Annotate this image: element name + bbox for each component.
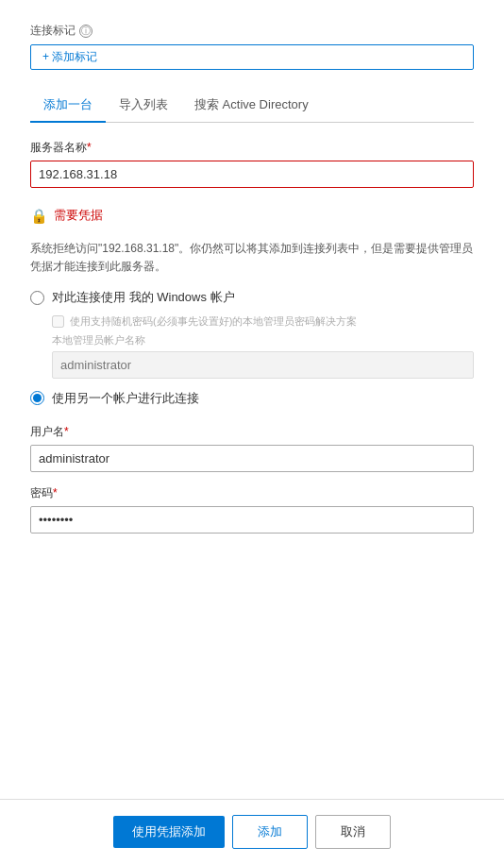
random-pw-checkbox[interactable] [52,315,64,328]
tab-search-ad[interactable]: 搜索 Active Directory [181,89,322,123]
cancel-button[interactable]: 取消 [315,815,391,849]
username-field: 用户名* [30,424,474,472]
connection-tag-text: 连接标记 [30,23,76,39]
credentials-description: 系统拒绝访问"192.168.31.18"。你仍然可以将其添加到连接列表中，但是… [30,240,474,276]
server-name-label: 服务器名称* [30,140,474,156]
radio-other-option[interactable]: 使用另一个帐户进行此连接 [30,390,474,407]
radio-other-label: 使用另一个帐户进行此连接 [52,390,199,407]
server-name-field: 服务器名称* [30,140,474,188]
credentials-warning: 🔒 需要凭据 [30,207,474,225]
random-pw-row: 使用支持随机密码(必须事先设置好)的本地管理员密码解决方案 [52,313,474,330]
add-label: 添加 [258,824,282,839]
info-icon[interactable]: ⓘ [79,25,92,38]
username-label: 用户名* [30,424,474,440]
lock-icon: 🔒 [30,208,48,225]
username-input[interactable] [30,445,474,472]
add-tag-button[interactable]: + 添加标记 [30,44,474,70]
tab-bar: 添加一台 导入列表 搜索 Active Directory [30,89,474,123]
bottom-action-bar: 使用凭据添加 添加 取消 [0,799,504,864]
add-with-credentials-button[interactable]: 使用凭据添加 [113,816,225,848]
add-button[interactable]: 添加 [232,815,308,849]
connection-tag-label: 连接标记 ⓘ [30,23,474,39]
radio-group: 对此连接使用 我的 Windows 帐户 使用支持随机密码(必须事先设置好)的本… [30,289,474,415]
local-admin-input[interactable] [52,351,474,379]
tab-add-one[interactable]: 添加一台 [30,89,106,123]
radio-windows-label: 对此连接使用 我的 Windows 帐户 [52,289,235,306]
radio-windows-input[interactable] [30,291,44,305]
radio-windows-option[interactable]: 对此连接使用 我的 Windows 帐户 [30,289,474,306]
server-name-input[interactable] [30,161,474,188]
tab-import-list[interactable]: 导入列表 [106,89,181,123]
credentials-title: 需要凭据 [54,207,103,224]
add-tag-label: + 添加标记 [42,49,97,65]
local-admin-label: 本地管理员帐户名称 [52,333,474,347]
password-input[interactable] [30,506,474,534]
cancel-label: 取消 [341,824,365,839]
password-field: 密码* [30,485,474,534]
password-label: 密码* [30,485,474,501]
windows-account-subsection: 使用支持随机密码(必须事先设置好)的本地管理员密码解决方案 本地管理员帐户名称 [52,313,474,379]
random-pw-label: 使用支持随机密码(必须事先设置好)的本地管理员密码解决方案 [70,313,357,330]
radio-other-input[interactable] [30,391,44,405]
add-with-credentials-label: 使用凭据添加 [132,824,206,839]
